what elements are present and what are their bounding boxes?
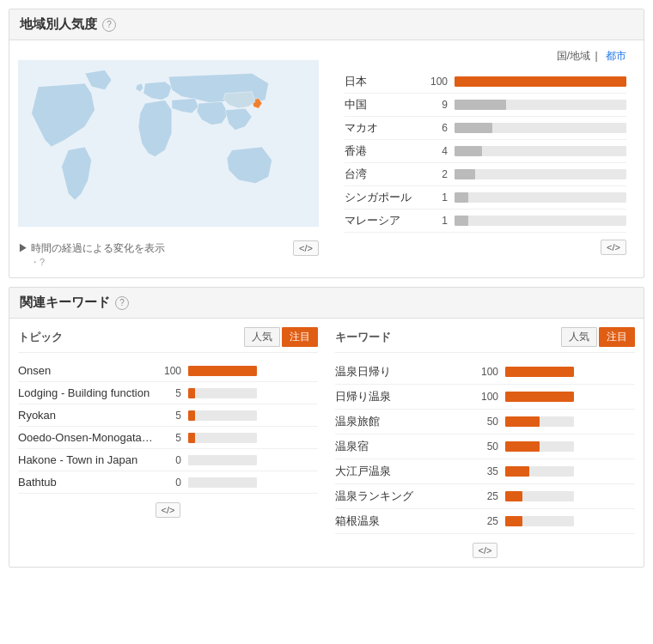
geo-header: 地域別人気度 ?	[9, 9, 644, 40]
topic-bar-fill	[188, 388, 195, 398]
geo-country-value: 100	[422, 76, 448, 88]
keyword-row: 温泉日帰り 100	[335, 360, 635, 385]
topics-title: トピック	[18, 330, 63, 345]
keyword-value: 50	[473, 440, 498, 453]
map-code-btn[interactable]: </>	[293, 240, 319, 256]
topic-bar	[188, 388, 257, 398]
keyword-bar-fill	[505, 441, 540, 452]
keywords-tab-attention[interactable]: 注目	[599, 327, 635, 347]
geo-bar	[455, 100, 626, 110]
geo-country-value: 9	[422, 99, 448, 111]
topic-bar-fill	[188, 433, 195, 443]
topic-bar	[188, 366, 257, 376]
geo-table: 日本 100 中国 9 マカオ 6 香港 4 台湾 2	[345, 70, 626, 233]
keyword-value: 25	[473, 515, 498, 527]
geo-filter-region[interactable]: 国/地域	[557, 50, 590, 62]
topic-bar	[188, 455, 257, 465]
topic-bar	[188, 433, 257, 443]
topics-code-btn[interactable]: </>	[156, 502, 181, 518]
geo-content: ▶ 時間の経過による変化を表示 </> ・? 国/地域 | 都市 日本 100 …	[9, 40, 644, 277]
topic-label: Hakone - Town in Japan	[18, 453, 156, 466]
keyword-bar	[505, 392, 574, 402]
topic-row: Onsen 100	[18, 360, 318, 382]
keyword-row: 日帰り温泉 100	[335, 385, 635, 410]
keyword-label: 日帰り温泉	[335, 389, 473, 404]
topic-row: Hakone - Town in Japan 0	[18, 449, 318, 471]
topics-tabs: 人気 注目	[244, 327, 318, 347]
topic-row: Ooedo-Onsen-Monogatari - To... 5	[18, 427, 318, 449]
topic-label: Ryokan	[18, 409, 156, 422]
geo-row: 日本 100	[345, 70, 626, 94]
topic-bar-fill	[188, 410, 195, 421]
geo-row: マカオ 6	[345, 117, 626, 140]
geo-country-value: 4	[422, 145, 448, 157]
related-title: 関連キーワード	[20, 295, 110, 311]
geo-country-label: 日本	[345, 74, 422, 89]
keyword-value: 100	[473, 391, 498, 403]
keyword-bar-fill	[505, 367, 574, 377]
keyword-bar	[505, 367, 574, 377]
keyword-bar	[505, 491, 574, 501]
keyword-label: 温泉旅館	[335, 414, 473, 429]
keyword-bar	[505, 441, 574, 452]
topic-label: Onsen	[18, 364, 156, 377]
geo-row: 香港 4	[345, 140, 626, 163]
related-section: 関連キーワード ? トピック 人気 注目 Onsen 100 Lodging -…	[9, 287, 644, 568]
keyword-label: 箱根温泉	[335, 513, 473, 529]
keywords-col: キーワード 人気 注目 温泉日帰り 100 日帰り温泉 100 温泉旅館 50	[335, 327, 635, 558]
topic-label: Ooedo-Onsen-Monogatari - To...	[18, 431, 156, 444]
topics-tab-attention[interactable]: 注目	[282, 327, 318, 347]
geo-row: シンガポール 1	[345, 186, 626, 210]
geo-filter: 国/地域 | 都市	[345, 49, 626, 64]
geo-bar	[455, 123, 626, 133]
keyword-bar	[505, 466, 574, 477]
geo-section: 地域別人気度 ?	[9, 9, 644, 278]
keywords-tabs: 人気 注目	[561, 327, 635, 347]
keywords-tab-popular[interactable]: 人気	[561, 327, 597, 347]
topics-footer: </>	[18, 502, 318, 518]
geo-code-btn[interactable]: </>	[601, 240, 626, 255]
geo-country-label: 香港	[345, 143, 422, 159]
geo-help-icon[interactable]: ?	[102, 18, 116, 32]
geo-country-label: 中国	[345, 97, 422, 112]
keywords-code-btn[interactable]: </>	[473, 543, 498, 558]
topic-value: 5	[156, 432, 181, 444]
keyword-bar-fill	[505, 491, 522, 501]
geo-table-footer: </>	[345, 240, 626, 255]
geo-bar-fill	[455, 216, 468, 226]
geo-filter-city[interactable]: 都市	[606, 50, 626, 62]
geo-bar	[455, 216, 626, 226]
geo-country-label: マカオ	[345, 120, 422, 136]
geo-country-value: 1	[422, 191, 448, 204]
geo-table-container: 国/地域 | 都市 日本 100 中国 9 マカオ 6 香港 4	[336, 49, 635, 269]
keyword-row: 温泉旅館 50	[335, 410, 635, 434]
topic-value: 5	[156, 410, 181, 422]
geo-bar-fill	[455, 192, 468, 203]
geo-bar	[455, 169, 626, 179]
topic-bar	[188, 477, 257, 488]
topic-bar	[188, 410, 257, 421]
geo-bar	[455, 76, 626, 87]
world-map	[18, 49, 319, 238]
map-container: ▶ 時間の経過による変化を表示 </> ・?	[18, 49, 336, 269]
keyword-value: 100	[473, 366, 498, 378]
related-help-icon[interactable]: ?	[115, 296, 129, 310]
topic-row: Lodging - Building function 5	[18, 382, 318, 404]
topic-value: 5	[156, 387, 181, 399]
keyword-label: 温泉宿	[335, 439, 473, 454]
geo-country-label: 台湾	[345, 167, 422, 182]
topic-value: 0	[156, 454, 181, 466]
keywords-header: キーワード 人気 注目	[335, 327, 635, 353]
geo-bar-fill	[455, 169, 475, 179]
geo-row: マレーシア 1	[345, 210, 626, 233]
geo-country-value: 6	[422, 122, 448, 134]
geo-title: 地域別人気度	[20, 16, 97, 33]
keyword-bar	[505, 516, 574, 526]
topic-row: Ryokan 5	[18, 404, 318, 427]
keywords-title: キーワード	[335, 330, 391, 345]
geo-row: 台湾 2	[345, 163, 626, 186]
topic-label: Bathtub	[18, 476, 156, 489]
time-change-link[interactable]: ▶ 時間の経過による変化を表示	[18, 241, 165, 256]
topics-tab-popular[interactable]: 人気	[244, 327, 280, 347]
keywords-list: 温泉日帰り 100 日帰り温泉 100 温泉旅館 50 温泉宿 50 大江戸温泉	[335, 360, 635, 534]
